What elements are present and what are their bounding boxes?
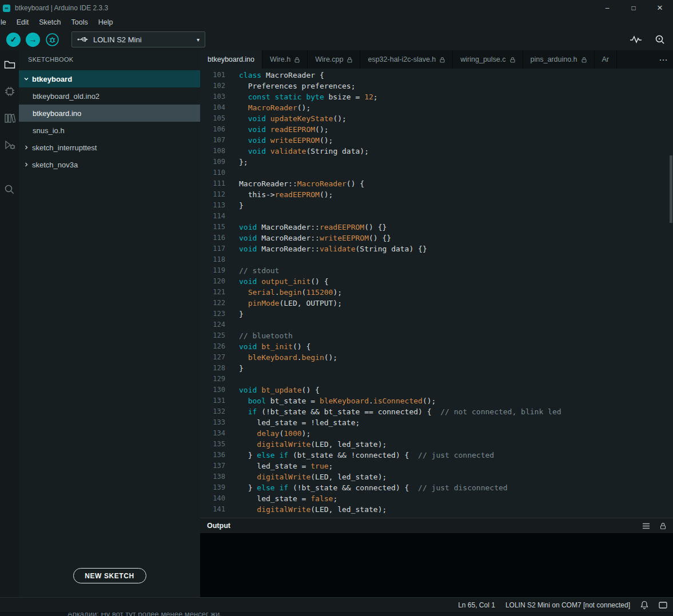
code-line[interactable]: 123}	[200, 309, 673, 319]
tab-btkeyboard.ino[interactable]: btkeyboard.ino	[200, 50, 262, 69]
code-line[interactable]: 108 void validate(String data);	[200, 146, 673, 157]
tab-Wire.cpp[interactable]: Wire.cpp	[308, 50, 360, 69]
list-icon[interactable]	[642, 523, 650, 529]
serial-plotter-icon[interactable]	[630, 35, 642, 43]
minimize-button[interactable]: –	[594, 0, 620, 16]
tree-item-sketch_interrupttest[interactable]: sketch_interrupttest	[19, 139, 200, 156]
code-line[interactable]: 111MacroReader::MacroReader() {	[200, 178, 673, 189]
code-line[interactable]: 126void bt_init() {	[200, 341, 673, 352]
code-token: () {	[293, 342, 310, 351]
code-line[interactable]: 107 void writeEEPROM();	[200, 135, 673, 146]
code-line[interactable]: 138 digitalWrite(LED, led_state);	[200, 471, 673, 482]
code-token: false	[310, 494, 333, 503]
code-line[interactable]: 110	[200, 167, 673, 178]
tab-wiring_pulse.c[interactable]: wiring_pulse.c	[453, 50, 523, 69]
lock-icon[interactable]	[660, 522, 666, 530]
tab-Wire.h[interactable]: Wire.h	[262, 50, 308, 69]
sidebar-tab-library-manager[interactable]	[3, 112, 16, 125]
code-line[interactable]: 122 pinMode(LED, OUTPUT);	[200, 298, 673, 309]
code-line[interactable]: 132 if (!bt_state && bt_state == connect…	[200, 406, 673, 417]
menu-item-le[interactable]: le	[0, 17, 11, 27]
code-line[interactable]: 137 led_state = true;	[200, 461, 673, 471]
editor-scrollbar-thumb[interactable]	[670, 155, 672, 223]
code-line[interactable]: 140 led_state = false;	[200, 493, 673, 504]
tab-overflow-button[interactable]: …	[654, 50, 673, 69]
line-number: 132	[200, 406, 225, 417]
code-line[interactable]: 120void output_init() {	[200, 276, 673, 287]
tree-item-btkeyboard_old.ino2[interactable]: btkeyboard_old.ino2	[19, 87, 200, 105]
screen-icon[interactable]	[659, 602, 667, 609]
code-line[interactable]: 139 } else if (!bt_state && connected) {…	[200, 482, 673, 493]
code-line[interactable]: 135 digitalWrite(LED, led_state);	[200, 439, 673, 450]
sketchbook-folder-icon	[4, 60, 15, 69]
code-line[interactable]: 102 Preferences preferences;	[200, 81, 673, 91]
code-line[interactable]: 117void MacroReader::validate(String dat…	[200, 243, 673, 254]
code-line[interactable]: 113}	[200, 200, 673, 211]
code-line[interactable]: 128}	[200, 363, 673, 374]
code-line[interactable]: 136 } else if (bt_state && !connected) {…	[200, 450, 673, 461]
bell-icon[interactable]	[640, 601, 648, 609]
tree-item-label: sketch_nov3a	[32, 161, 78, 169]
code-line[interactable]: 115void MacroReader::readEEPROM() {}	[200, 222, 673, 233]
line-number: 114	[200, 211, 225, 222]
code-line[interactable]: 130void bt_update() {	[200, 385, 673, 395]
code-line[interactable]: 112 this->readEEPROM();	[200, 189, 673, 200]
code-line[interactable]: 106 void readEEPROM();	[200, 124, 673, 135]
code-token: ();	[315, 125, 328, 134]
line-number: 133	[200, 417, 225, 428]
verify-button[interactable]: ✓	[6, 33, 21, 47]
serial-monitor-icon[interactable]	[655, 34, 665, 45]
tab-pins_arduino.h[interactable]: pins_arduino.h	[523, 50, 595, 69]
code-line[interactable]: 109};	[200, 157, 673, 167]
code-line[interactable]: 116void MacroReader::writeEEPROM() {}	[200, 233, 673, 243]
close-button[interactable]: ×	[647, 0, 673, 16]
output-panel-content	[200, 533, 673, 597]
line-number: 109	[200, 157, 225, 167]
code-line[interactable]: 133 led_state = !led_state;	[200, 417, 673, 428]
code-line[interactable]: 119// stdout	[200, 265, 673, 276]
sidebar-tab-boards-manager[interactable]	[3, 85, 16, 98]
code-token: ;	[329, 462, 333, 470]
code-line[interactable]: 121 Serial.begin(115200);	[200, 287, 673, 298]
sidebar-tab-search[interactable]	[3, 183, 16, 195]
code-line[interactable]: 124	[200, 319, 673, 330]
code-line[interactable]: 131 bool bt_state = bleKeyboard.isConnec…	[200, 395, 673, 406]
code-token	[239, 93, 248, 101]
menu-item-edit[interactable]: Edit	[11, 17, 34, 27]
menu-item-sketch[interactable]: Sketch	[34, 17, 66, 27]
code-editor[interactable]: 101class MacroReader {102 Preferences pr…	[200, 69, 673, 518]
code-token	[239, 407, 248, 416]
upload-button[interactable]: →	[26, 33, 40, 47]
line-number: 137	[200, 461, 225, 471]
code-line[interactable]: 103 const static byte bsize = 12;	[200, 91, 673, 102]
code-line[interactable]: 141 digitalWrite(LED, led_state);	[200, 504, 673, 515]
code-line[interactable]: 134 delay(1000);	[200, 428, 673, 439]
maximize-button[interactable]: □	[620, 0, 647, 16]
code-token: const static byte	[248, 93, 324, 101]
sidebar-tab-sketchbook[interactable]	[3, 58, 16, 71]
code-token: led_state =	[239, 494, 310, 503]
tree-item-snus_io.h[interactable]: snus_io.h	[19, 122, 200, 139]
code-line[interactable]: 125// bluetooth	[200, 330, 673, 341]
debug-button[interactable]	[45, 33, 59, 47]
code-line[interactable]: 104 MacroReader();	[200, 102, 673, 113]
code-line[interactable]: 127 bleKeyboard.begin();	[200, 352, 673, 363]
tree-item-btkeyboard.ino[interactable]: btkeyboard.ino	[19, 105, 200, 122]
menu-item-help[interactable]: Help	[93, 17, 118, 27]
code-line[interactable]: 105 void updateKeyState();	[200, 113, 673, 124]
code-line[interactable]: 114	[200, 211, 673, 222]
new-sketch-button[interactable]: NEW SKETCH	[73, 568, 146, 583]
tree-item-btkeyboard[interactable]: btkeyboard	[19, 70, 200, 87]
tab-Ar[interactable]: Ar	[595, 50, 618, 69]
menu-item-tools[interactable]: Tools	[66, 17, 93, 27]
tab-esp32-hal-i2c-slave.h[interactable]: esp32-hal-i2c-slave.h	[360, 50, 453, 69]
code-line[interactable]: 101class MacroReader {	[200, 70, 673, 81]
code-text: void MacroReader::readEEPROM() {}	[239, 222, 387, 233]
board-selector-dropdown[interactable]: LOLIN S2 Mini ▾	[71, 31, 205, 47]
tree-item-sketch_nov3a[interactable]: sketch_nov3a	[19, 156, 200, 173]
code-line[interactable]: 118	[200, 254, 673, 265]
code-line[interactable]: 129	[200, 374, 673, 385]
code-token: // just disconnected	[418, 483, 508, 492]
sidebar-tab-debug[interactable]	[3, 139, 16, 151]
board-connection-status[interactable]: LOLIN S2 Mini on COM7 [not connected]	[505, 601, 630, 609]
